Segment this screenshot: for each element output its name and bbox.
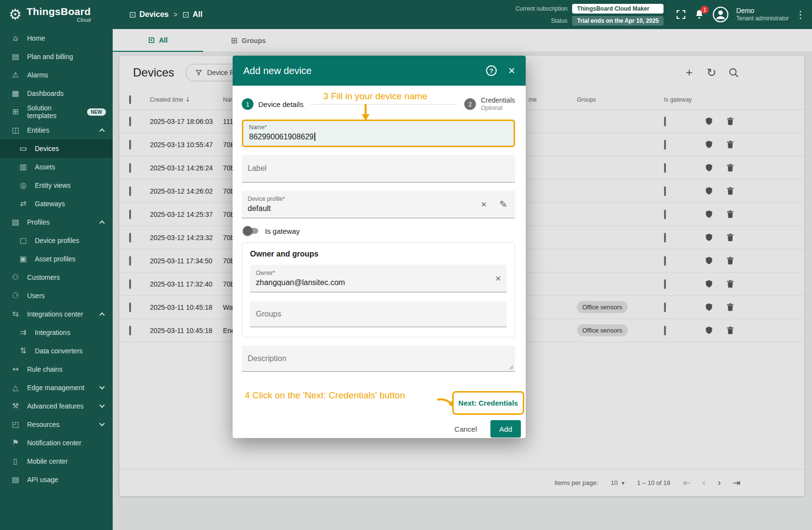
customers-icon: ⚇ xyxy=(11,273,20,281)
help-button[interactable]: ? xyxy=(486,65,497,76)
top-header: ⚙ ThingsBoard Cloud ⊡ Devices > ⊡ All Cu… xyxy=(0,0,812,29)
sidebar-item-label: Dashboards xyxy=(27,90,64,97)
sidebar-item-alarms[interactable]: ⚠Alarms xyxy=(0,66,113,84)
next-credentials-button[interactable]: Next: Credentials xyxy=(458,399,518,407)
add-button[interactable]: Add xyxy=(490,420,521,438)
sidebar-item-advanced-features[interactable]: ⚒Advanced features xyxy=(0,397,113,415)
is-gateway-toggle[interactable] xyxy=(244,228,258,234)
clear-icon[interactable]: × xyxy=(481,199,487,210)
step-2-number: 2 xyxy=(464,98,476,110)
user-name: Demo xyxy=(736,7,789,15)
avatar[interactable] xyxy=(712,6,729,23)
sidebar-item-assets[interactable]: ▥Assets xyxy=(0,158,113,176)
sidebar-item-entity-views[interactable]: ◎Entity views xyxy=(0,176,113,195)
sidebar-item-customers[interactable]: ⚇Customers xyxy=(0,268,113,287)
step-1-number: 1 xyxy=(242,98,253,110)
sidebar-item-edge-management[interactable]: △Edge management xyxy=(0,379,113,397)
cancel-button[interactable]: Cancel xyxy=(455,425,477,433)
next-step-row: 4 Click on the 'Next: Credentials' butto… xyxy=(242,389,515,417)
sidebar-item-entities[interactable]: ◫Entities xyxy=(0,121,113,139)
sidebar-item-label: Gateways xyxy=(35,200,65,208)
sidebar-item-notification-center[interactable]: ⚑Notification center xyxy=(0,434,113,452)
groups-field-placeholder: Groups xyxy=(256,310,281,318)
sidebar-item-label: Entity views xyxy=(35,182,71,189)
entity-views-icon: ◎ xyxy=(18,182,28,189)
sidebar-item-dashboards[interactable]: ▦Dashboards xyxy=(0,84,113,103)
sidebar-item-label: Resources xyxy=(27,421,59,428)
sidebar-item-solution-templates[interactable]: ⊞Solution templatesNEW xyxy=(0,103,113,121)
sidebar-item-device-profiles[interactable]: ▢Device profiles xyxy=(0,231,113,250)
sidebar-item-profiles[interactable]: ▧Profiles xyxy=(0,213,113,231)
step-credentials[interactable]: 2 Credentials Optional xyxy=(464,96,515,112)
down-arrow-icon xyxy=(361,104,370,121)
sidebar-item-plan-and-billing[interactable]: ▤Plan and billing xyxy=(0,47,113,66)
assets-icon: ▥ xyxy=(18,163,28,171)
logo-subtitle: Cloud xyxy=(77,17,91,23)
sidebar-item-mobile-center[interactable]: ▯Mobile center xyxy=(0,452,113,470)
sidebar-item-integrations-center[interactable]: ⇆Integrations center xyxy=(0,305,113,323)
sidebar-item-label: Devices xyxy=(35,145,59,152)
chevron-down-icon xyxy=(99,384,104,389)
sidebar-item-label: Notification center xyxy=(27,439,81,447)
sidebar-item-rule-chains[interactable]: ↔Rule chains xyxy=(0,360,113,379)
sidebar-item-gateways[interactable]: ⇄Gateways xyxy=(0,195,113,213)
logo-text: ThingsBoard Cloud xyxy=(27,6,91,23)
app-logo[interactable]: ⚙ ThingsBoard Cloud xyxy=(0,6,113,23)
subscription-info: Current subscription ThingsBoard Cloud M… xyxy=(516,4,664,26)
header-right: Current subscription ThingsBoard Cloud M… xyxy=(516,4,812,26)
device-profile-label: Device profile* xyxy=(248,196,481,202)
step-2-label: Credentials xyxy=(481,96,515,105)
sidebar-item-home[interactable]: ⌂Home xyxy=(0,29,113,47)
sidebar-item-api-usage[interactable]: ▤API usage xyxy=(0,470,113,489)
resize-handle-icon[interactable] xyxy=(509,365,514,370)
sidebar-item-data-converters[interactable]: ⇅Data converters xyxy=(0,342,113,360)
name-field[interactable]: Name* 862990061908629 xyxy=(242,120,515,147)
advanced-features-icon: ⚒ xyxy=(11,402,20,410)
user-info: Demo Tenant administrator xyxy=(736,7,789,23)
device-profile-field[interactable]: Device profile* default × ✎ xyxy=(242,191,515,218)
devices-icon: ▭ xyxy=(18,145,28,152)
user-role: Tenant administrator xyxy=(736,15,789,22)
sidebar-item-users[interactable]: ⚆Users xyxy=(0,287,113,305)
step-device-details[interactable]: 1 Device details xyxy=(242,98,303,110)
billing-icon: ▤ xyxy=(11,53,20,61)
logo-gear-icon: ⚙ xyxy=(9,7,22,22)
step-1-label: Device details xyxy=(258,100,303,108)
integrations-icon: ⇉ xyxy=(18,329,28,336)
sidebar-item-label: Edge management xyxy=(27,384,84,392)
edge-management-icon: △ xyxy=(11,384,20,392)
asset-profiles-icon: ▣ xyxy=(18,255,28,263)
integrations-center-icon: ⇆ xyxy=(11,310,20,318)
sidebar-item-integrations[interactable]: ⇉Integrations xyxy=(0,323,113,342)
clear-icon[interactable]: × xyxy=(495,273,501,284)
close-icon[interactable]: × xyxy=(508,65,515,76)
owner-field[interactable]: Owner* zhangquan@lansitec.com × xyxy=(250,265,507,292)
status-chip: Trial ends on the Apr 10, 2025 xyxy=(572,16,664,26)
dialog-header: Add new device ? × xyxy=(233,56,526,86)
label-field[interactable]: Label xyxy=(242,155,515,182)
chevron-down-icon xyxy=(99,421,104,426)
sidebar: ⌂Home ▤Plan and billing ⚠Alarms ▦Dashboa… xyxy=(0,29,113,530)
dashboards-icon: ▦ xyxy=(11,90,20,97)
subscription-chip[interactable]: ThingsBoard Cloud Maker xyxy=(572,4,664,14)
account-circle-icon xyxy=(712,6,729,23)
breadcrumb-separator: > xyxy=(174,11,177,18)
sidebar-item-label: Integrations center xyxy=(27,310,83,318)
description-field[interactable]: Description xyxy=(242,346,515,372)
sidebar-item-devices[interactable]: ▭Devices xyxy=(0,139,113,158)
kebab-menu-button[interactable]: ⋮ xyxy=(796,10,805,19)
sidebar-item-label: Advanced features xyxy=(27,402,84,410)
fullscreen-button[interactable] xyxy=(675,9,687,20)
pencil-icon[interactable]: ✎ xyxy=(499,199,507,209)
sidebar-item-resources[interactable]: ◰Resources xyxy=(0,415,113,434)
sidebar-item-asset-profiles[interactable]: ▣Asset profiles xyxy=(0,250,113,268)
annotation-step4: 4 Click on the 'Next: Credentials' butto… xyxy=(245,390,438,401)
owner-field-label: Owner* xyxy=(256,270,495,276)
sidebar-item-label: Rule chains xyxy=(27,365,62,373)
breadcrumb-all[interactable]: ⊡ All xyxy=(182,10,203,19)
notifications-button[interactable]: 1 xyxy=(694,9,705,20)
annotation-step3: 3 Fill in your device name xyxy=(314,91,436,102)
breadcrumb-devices[interactable]: ⊡ Devices xyxy=(129,10,169,19)
alarm-icon: ⚠ xyxy=(11,71,20,79)
groups-field[interactable]: Groups xyxy=(250,302,507,327)
